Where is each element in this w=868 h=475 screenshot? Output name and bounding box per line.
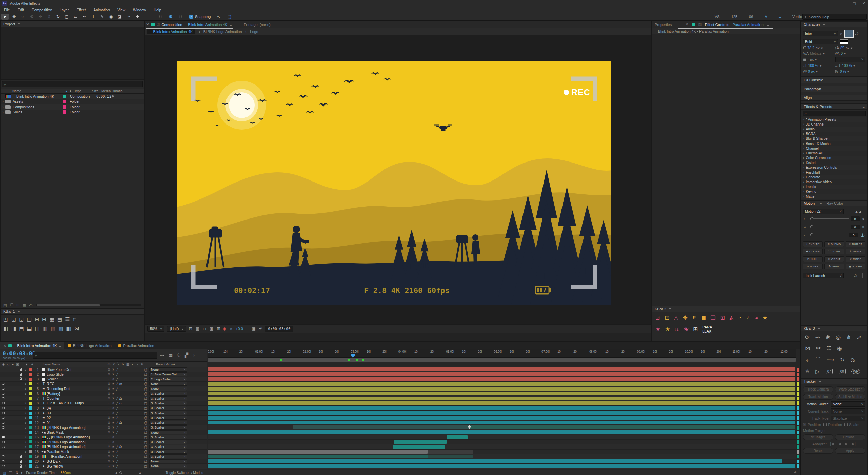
timeline-header-icon[interactable]: ☉ — [177, 353, 181, 358]
expand-arrow-icon[interactable]: › — [24, 387, 28, 391]
layer-color-chip[interactable] — [28, 378, 33, 381]
layer-row[interactable]: ›7TCounter☉✳╱fx@3. Scaller˅ — [0, 396, 207, 401]
kbar1-icon[interactable]: ☰ — [65, 316, 70, 322]
effects-category-row[interactable]: ›irrealix — [801, 185, 867, 189]
lock-icon[interactable] — [18, 373, 24, 376]
tab-motion[interactable]: Motion — [804, 201, 815, 205]
parent-link-dropdown[interactable]: None˅ — [149, 367, 187, 372]
tracker-checkbox-position[interactable]: ✓Position — [803, 423, 821, 427]
layer-color-chip[interactable] — [28, 455, 33, 458]
parent-pick-whip-icon[interactable]: @ — [142, 430, 149, 434]
expand-arrow-icon[interactable]: › — [24, 464, 28, 468]
eject-icon[interactable]: ≜ — [794, 471, 797, 475]
parent-link-dropdown[interactable]: 3. Scaller˅ — [149, 445, 187, 449]
kbar3-icon[interactable]: ⁙ — [858, 345, 862, 352]
tab-effect-controls-label[interactable]: Effect Controls — [705, 23, 729, 27]
a-toggle[interactable]: A — [765, 15, 767, 19]
layer-bar-track[interactable] — [208, 396, 796, 401]
expand-arrow-icon[interactable]: › — [24, 440, 28, 444]
layer-duration-bar[interactable] — [447, 435, 468, 439]
layer-duration-bar[interactable] — [208, 406, 795, 410]
layer-color-chip[interactable] — [28, 426, 33, 429]
project-footer-icon[interactable]: ♺ — [29, 303, 33, 307]
leading-value[interactable]: 85 — [840, 46, 844, 50]
parent-pick-whip-icon[interactable]: @ — [142, 382, 149, 386]
align-panel-header[interactable]: Align — [801, 95, 867, 101]
layer-row[interactable]: ›12★01☉✳╱fx@3. Scaller˅ — [0, 420, 207, 425]
layer-switches[interactable]: ☉✳╱ — [107, 373, 142, 376]
effects-category-row[interactable]: ›Boris FX Mocha — [801, 141, 867, 146]
tab-ray-color[interactable]: Ray Color — [826, 201, 843, 205]
layer-switches[interactable]: ☉✳╱fx — [107, 397, 142, 400]
kbar1-icon[interactable]: ◲ — [19, 316, 24, 322]
viewport-toolbar-icon[interactable]: ▩ — [196, 326, 199, 331]
layer-switches[interactable]: ☉✳╱fx — [107, 401, 142, 405]
parent-link-dropdown[interactable]: 3. Scaller˅ — [149, 450, 187, 454]
parent-link-dropdown[interactable]: None˅ — [149, 430, 187, 434]
expand-arrow-icon[interactable]: › — [1, 110, 5, 114]
parent-link-dropdown[interactable]: None˅ — [149, 382, 187, 386]
motion-slider[interactable] — [810, 227, 849, 227]
parallax-script-label[interactable]: PARA LLAX — [702, 325, 712, 333]
effects-category-row[interactable]: ›Color Correction — [801, 156, 867, 160]
visibility-eye-icon[interactable] — [0, 441, 7, 443]
motion-slider[interactable] — [810, 218, 849, 219]
expand-arrow-icon[interactable]: › — [1, 105, 5, 109]
kbar2-icon[interactable]: ≋ — [675, 326, 679, 333]
layer-color-chip[interactable] — [28, 382, 33, 385]
task-launch-dropdown[interactable]: Task Launch˅ — [803, 273, 844, 278]
expand-arrow-icon[interactable]: › — [24, 450, 28, 454]
kbar3-icon[interactable]: ↗ — [857, 334, 861, 340]
visibility-eye-icon[interactable] — [0, 407, 7, 409]
layer-bar-track[interactable] — [208, 435, 796, 440]
layer-bar-track[interactable] — [208, 382, 796, 386]
layer-color-chip[interactable] — [28, 412, 33, 415]
menu-edit[interactable]: Edit — [18, 8, 24, 12]
tracking-value[interactable]: 0 — [841, 51, 843, 55]
lock-icon[interactable] — [18, 368, 24, 371]
kbar3-icon[interactable]: ☷ — [826, 345, 831, 352]
tab-close-icon[interactable]: ✕ — [3, 344, 6, 348]
menu-view[interactable]: View — [117, 8, 125, 12]
layer-bar-track[interactable] — [208, 406, 796, 411]
layer-color-chip[interactable] — [28, 436, 33, 439]
layer-row[interactable]: ›13[BL!INK Logo Animation]☉✳╱@3. Scaller… — [0, 425, 207, 430]
effects-category-row[interactable]: ›Frischluft — [801, 170, 867, 175]
col-size[interactable]: Size — [92, 89, 101, 93]
layer-name[interactable]: [BL!INK Logo Animation] — [47, 440, 107, 444]
kbar3-icon[interactable]: ⟿ — [826, 357, 834, 363]
timeline-tab[interactable]: BL!INK Logo Animation — [64, 342, 115, 349]
kbar1-icon[interactable]: ◳ — [27, 316, 32, 322]
layer-row[interactable]: ›10★03☉✳╱@3. Scaller˅ — [0, 411, 207, 415]
pen-tool[interactable]: ✒ — [81, 14, 88, 20]
kbar1-icon[interactable]: ◫ — [35, 326, 40, 332]
fx-console-panel-header[interactable]: FX Console — [801, 77, 867, 83]
slider-target-icon[interactable]: ⇅ — [862, 225, 865, 229]
show-snapshot-icon[interactable]: ☍ — [258, 326, 262, 331]
panel-menu-icon[interactable]: ≡ — [823, 22, 825, 26]
work-area-bar[interactable] — [208, 358, 796, 362]
tab-footage[interactable]: Footage (none) — [244, 23, 270, 27]
viewport-toolbar-icon[interactable]: ⊡ — [189, 326, 192, 331]
motion-button-spin[interactable]: ↻SPIN — [824, 264, 844, 269]
orbit-camera-tool[interactable]: ⟲ — [28, 14, 35, 20]
lines-toggle[interactable]: ≡ — [779, 15, 781, 19]
layer-switches[interactable]: ☉✳╱ — [107, 464, 142, 468]
paragraph-panel-header[interactable]: Paragraph — [801, 86, 867, 92]
parent-link-dropdown[interactable]: 3. Scaller˅ — [149, 440, 187, 444]
menu-animation[interactable]: Animation — [93, 8, 110, 12]
tab-effect-controls-comp[interactable]: Parallax Animation — [733, 23, 764, 27]
tab-close-icon[interactable]: ✕ — [146, 22, 149, 27]
kbar2-icon[interactable]: ★ — [665, 326, 670, 333]
tab-close-icon[interactable]: ✕ — [685, 22, 688, 27]
viewport-timecode[interactable]: 0:00:03:00 — [265, 326, 293, 332]
label-color-chip[interactable] — [63, 95, 66, 98]
timeline-search-input[interactable]: ⌕ — [33, 352, 157, 359]
panel-menu-icon[interactable]: ≡ — [18, 309, 20, 314]
layer-row[interactable]: ›17[BL!INK Logo Animation]☉✳╱fx@3. Scall… — [0, 444, 207, 449]
layer-switches[interactable]: ☉✳╱ — [107, 416, 142, 419]
effects-category-row[interactable]: ›3D Channel — [801, 122, 867, 127]
layer-name[interactable]: [BL!INK Logo Animation] — [51, 435, 107, 439]
clone-stamp-tool[interactable]: ◉ — [107, 14, 115, 20]
parent-link-dropdown[interactable]: 2. Logo Slider˅ — [149, 377, 187, 381]
